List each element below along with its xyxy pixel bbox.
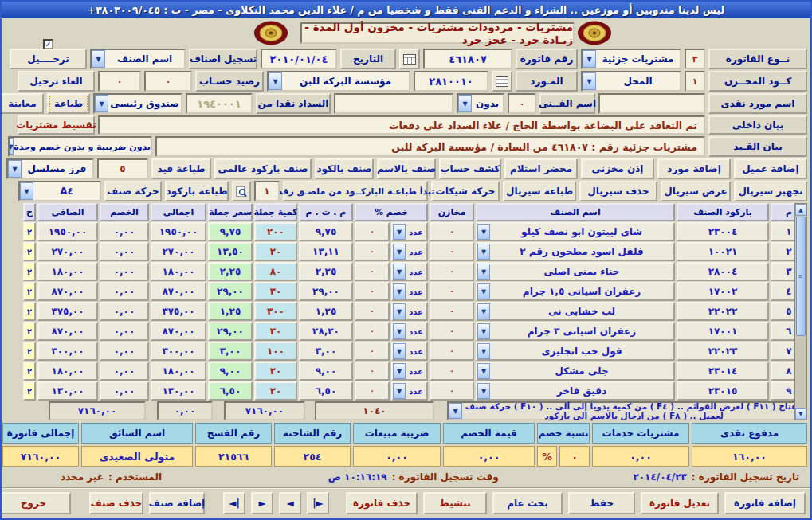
item-name-combo[interactable]: اسم الصنف ▼ xyxy=(90,49,186,69)
technician-combo[interactable]: بدون ▼ xyxy=(457,93,504,114)
wholesale-qty-cell[interactable]: ٢٠٠ xyxy=(254,222,297,241)
chevron-down-icon[interactable]: ▼ xyxy=(477,264,490,280)
table-scrollbar[interactable]: ▲ ≡ ▼ xyxy=(794,203,807,420)
preview-button[interactable]: معاينة xyxy=(1,93,44,114)
unit-combo-cell[interactable]: عدد ▼ xyxy=(391,242,428,261)
chevron-down-icon[interactable]: ▼ xyxy=(583,50,596,68)
discount-pct-cell[interactable]: ٠ xyxy=(355,222,390,241)
chevron-down-icon[interactable]: ▼ xyxy=(477,303,490,319)
edit-invoice-button[interactable]: تعديل فاتورة xyxy=(641,492,719,514)
nav-next-record-button[interactable]: ► xyxy=(251,492,273,514)
barcode-cell[interactable]: ١٧٠٠١ xyxy=(677,322,769,341)
delete-invoice-button[interactable]: حذف فاتورة xyxy=(346,492,418,514)
scrollbar-thumb[interactable]: ≡ xyxy=(796,217,806,336)
paper-size-combo[interactable]: A٤ ▼ xyxy=(18,181,101,201)
table-row[interactable]: ٣ ٢٨٠٠٤ حناء يمنى اصلى ▼ ٠ عدد ▼ ٠ ٢,٢٥ … xyxy=(19,262,807,281)
unit-combo-cell[interactable]: عدد ▼ xyxy=(391,362,428,381)
invoice-type-code-field[interactable]: ٣ xyxy=(685,49,705,69)
mtm-cell[interactable]: ٢,٢٥ xyxy=(299,262,353,281)
mtm-cell[interactable]: ٢٩,٠٠ xyxy=(299,282,353,301)
discount-pct-cell[interactable]: ٠ xyxy=(355,282,390,301)
driver-name-value[interactable]: متولى الصعيدى xyxy=(81,446,193,467)
mtm-cell[interactable]: ٩,٠٠ xyxy=(299,362,353,381)
exit-button[interactable]: خروج xyxy=(0,492,71,514)
scroll-up-icon[interactable]: ▲ xyxy=(795,204,806,216)
technician-code-field[interactable]: ٠ xyxy=(508,93,536,114)
wholesale-qty-cell[interactable]: ٢٠ xyxy=(254,381,297,401)
nav-last-record-button[interactable]: ►| xyxy=(307,492,329,514)
delete-item-button[interactable]: حذف صنف xyxy=(89,492,143,514)
table-row[interactable]: ٧ ٢٢٠٢٣ فول حب انجليزى ▼ ٠ عدد ▼ ٠ ٣,٠٠ … xyxy=(19,342,807,361)
discount-value-value[interactable]: ٠,٠٠ xyxy=(443,446,535,467)
print-entry-button[interactable]: طباعة قيد xyxy=(151,158,211,179)
unit-combo-cell[interactable]: عدد ▼ xyxy=(391,282,428,301)
print-barcode-button[interactable]: طباعة باركود xyxy=(165,181,229,201)
wholesale-price-cell[interactable]: ٢,٢٥ xyxy=(208,262,253,281)
print-serial-button[interactable]: طباعة سيريال xyxy=(503,181,576,201)
wholesale-price-cell[interactable]: ١٣,٥٠ xyxy=(208,242,253,261)
stores-cell[interactable]: ٠ xyxy=(430,381,474,401)
chevron-down-icon[interactable]: ▼ xyxy=(393,343,406,359)
table-row[interactable]: ٩ ٢٣٠١٥ دقيق فاخر ▼ ٠ عدد ▼ ٠ ٦,٥٠ ٢٠ ٦,… xyxy=(19,381,807,401)
discount-pct-cell[interactable]: ٠ xyxy=(355,342,390,361)
discount-pct-cell[interactable]: ٠ xyxy=(355,262,390,281)
technician-extra-field[interactable] xyxy=(334,93,453,114)
wholesale-qty-cell[interactable]: ٢٠ xyxy=(254,242,297,261)
barcode-cell[interactable]: ٢٢٠٢٢ xyxy=(677,302,769,321)
sort-combo[interactable]: فرز مسلسل ▼ xyxy=(6,158,94,179)
barcode-cell[interactable]: ١٧٠٠٢ xyxy=(677,282,769,301)
tax-option-combo[interactable]: بدون ضريبية و بدون خصم وحدة ▼ xyxy=(8,136,152,157)
cash-supplier-field[interactable] xyxy=(598,93,705,114)
post-button[interactable]: ترحــــيل xyxy=(10,49,87,69)
chevron-down-icon[interactable]: ▼ xyxy=(95,95,108,112)
unit-combo-cell[interactable]: عدد ▼ xyxy=(391,322,428,341)
barcode-cell[interactable]: ٢٣٠١٥ xyxy=(677,381,769,401)
chevron-down-icon[interactable]: ▼ xyxy=(477,363,490,379)
discount-pct-cell[interactable]: ٠ xyxy=(355,381,390,401)
supplier-lookup-button[interactable] xyxy=(492,71,512,92)
chevron-down-icon[interactable]: ▼ xyxy=(477,283,490,299)
wholesale-qty-cell[interactable]: ٣٠ xyxy=(254,282,297,301)
chevron-down-icon[interactable]: ▼ xyxy=(477,244,490,260)
wholesale-qty-cell[interactable]: ١٠٠ xyxy=(254,342,297,361)
chevron-down-icon[interactable]: ▼ xyxy=(583,72,596,90)
date-field[interactable]: ٢٠١٠/٠١/٠٤ xyxy=(261,49,337,69)
item-name-cell[interactable]: حناء يمنى اصلى ▼ xyxy=(476,262,675,281)
store-permit-button[interactable]: إذن مخزنى xyxy=(581,158,654,179)
stores-cell[interactable]: ٠ xyxy=(430,222,474,241)
stores-cell[interactable]: ٠ xyxy=(430,282,474,301)
cancel-post-button[interactable]: الغاء ترحيل xyxy=(18,71,95,92)
activate-button[interactable]: تنشيط xyxy=(423,492,487,514)
hints-combo[interactable]: مفتاح ( F١١ ) لعرض القوائم .. ( F٤ ) من … xyxy=(447,401,807,420)
stores-cell[interactable]: ٠ xyxy=(430,322,474,341)
general-search-button[interactable]: بحث عام xyxy=(492,492,563,514)
unit-combo-cell[interactable]: عدد ▼ xyxy=(391,342,428,361)
count-field[interactable]: ٥ xyxy=(97,158,148,179)
cheque-movement-button[interactable]: حركة شيكات xyxy=(431,181,500,201)
mtm-cell[interactable]: ٩,٧٥ xyxy=(299,222,353,241)
stores-cell[interactable]: ٠ xyxy=(430,342,474,361)
discount-pct-cell[interactable]: ٠ xyxy=(355,362,390,381)
item-by-name-button[interactable]: صنف بالاسم xyxy=(377,158,436,179)
barcode-cell[interactable]: ٢٢٠٢٣ xyxy=(677,342,769,361)
mtm-cell[interactable]: ١٣,١١ xyxy=(299,242,353,261)
invoice-type-combo[interactable]: مشتريات جزئية ▼ xyxy=(581,49,681,69)
table-row[interactable]: ١ ٢٣٠٠٤ شاى ليبتون ابو نصف كيلو ▼ ٠ عدد … xyxy=(19,222,807,241)
wholesale-price-cell[interactable]: ٢٩,٠٠ xyxy=(208,282,253,301)
item-name-cell[interactable]: لب خشابى نى ▼ xyxy=(476,302,675,321)
chevron-down-icon[interactable]: ▼ xyxy=(269,72,282,90)
truck-number-value[interactable]: ٢٥٤ xyxy=(274,446,351,467)
entry-note-field[interactable]: مشتريات جزئية رقم : ٤٦١٨٠٧ من السادة / م… xyxy=(155,136,705,157)
chevron-down-icon[interactable]: ▼ xyxy=(393,244,406,260)
mtm-cell[interactable]: ٦,٥٠ xyxy=(299,381,353,401)
chevron-down-icon[interactable]: ▼ xyxy=(20,182,33,200)
wholesale-qty-cell[interactable]: ٣٠٠ xyxy=(254,302,297,321)
item-name-cell[interactable]: جلى مشكل ▼ xyxy=(476,362,675,381)
stores-cell[interactable]: ٠ xyxy=(430,302,474,321)
delete-serial-button[interactable]: حذف سيريال xyxy=(579,181,657,201)
wholesale-price-cell[interactable]: ٩,٧٥ xyxy=(208,222,253,241)
sales-tax-value[interactable]: ٠,٠٠ xyxy=(353,446,441,467)
unit-combo-cell[interactable]: عدد ▼ xyxy=(391,302,428,321)
scroll-down-icon[interactable]: ▼ xyxy=(795,408,806,420)
chevron-down-icon[interactable]: ▼ xyxy=(8,160,22,178)
